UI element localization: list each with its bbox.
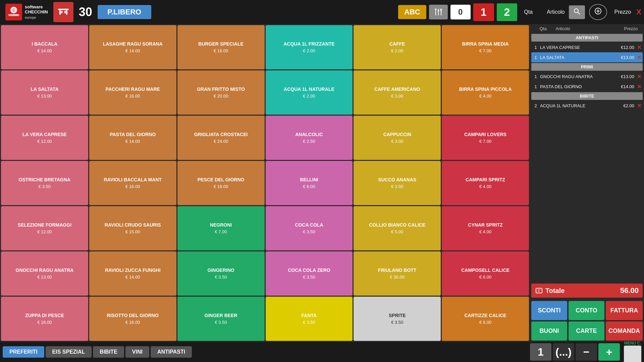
order-row-acqua[interactable]: 2 ACQUA 1L NATURALE €2.00 ✕ <box>531 101 643 111</box>
menu-item-negroni[interactable]: NEGRONI€ 7.00 <box>177 206 265 250</box>
close-icon[interactable]: X <box>636 8 641 16</box>
menu-item-lasaghe-ragu[interactable]: LASAGHE RAGU SORANA€ 14.00 <box>89 25 176 69</box>
menu-item-cartizze[interactable]: CARTIZZE CALICE€ 6.00 <box>442 297 529 341</box>
menu-item-vera-caprese[interactable]: LA VERA CAPRESE€ 12.00 <box>1 116 88 160</box>
menu-item-ravioli-crudo[interactable]: RAVIOLI CRUDO SAURIS€ 15.00 <box>89 206 176 250</box>
menu-item-gnocchi-ragu[interactable]: GNOCCHI RAGU ANATRA€ 13.00 <box>1 251 88 296</box>
order-row-gnocchi[interactable]: 1 GNOCCHI RAGU ANATRA €13.00 ✕ <box>531 71 643 81</box>
menu-item-birra-piccola[interactable]: BIRRA SPINA PICCOLA€ 4.00 <box>442 70 529 115</box>
carte-button[interactable]: CARTE <box>569 321 604 341</box>
menu-item-analcolic[interactable]: ANALCOLIC€ 2.50 <box>266 116 353 160</box>
menu-item-ostriche[interactable]: OSTRICHE BRETAGNA€ 3.50 <box>1 161 88 205</box>
menu-c-area: MENU C. <box>624 341 641 362</box>
order-qty: 1 <box>533 84 539 89</box>
menu-item-zuppa-pesce[interactable]: ZUPPA DI PESCE€ 16.00 <box>1 297 88 341</box>
menu-item-pasta-giorno[interactable]: PASTA DEL GIORNO€ 14.00 <box>89 116 176 160</box>
tab-bibite[interactable]: BIBITE <box>93 346 124 358</box>
menu-item-friulano[interactable]: FRIULANO BOTT€ 30.00 <box>354 251 441 296</box>
order-row-caprese[interactable]: 1 LA VERA CAPRESE €12.00 ✕ <box>531 42 643 52</box>
menu-item-acqua-frizzante[interactable]: ACQUA 1L FRIZZANTE€ 2.00 <box>266 25 353 69</box>
menu-item-birra-spina-media[interactable]: BIRRA SPINA MEDIA€ 7.00 <box>442 25 529 69</box>
abc-button[interactable]: ABC <box>398 5 426 19</box>
sidebar-header: Qta Articolo Prezzo <box>531 25 643 32</box>
remove-item-icon[interactable]: ✕ <box>637 73 641 80</box>
svg-rect-3 <box>58 9 69 10</box>
svg-point-7 <box>64 11 67 13</box>
tab-vini[interactable]: VINI <box>125 346 149 358</box>
menu-item-la-saltata[interactable]: LA SALTATA€ 13.00 <box>1 70 88 115</box>
menu-item-ginger-beer[interactable]: GINGER BEER€ 3.50 <box>177 297 265 341</box>
conto-button[interactable]: CONTO <box>569 301 604 320</box>
order-qty: 1 <box>533 74 539 79</box>
menu-item-bellini[interactable]: BELLINI€ 6.00 <box>266 161 353 205</box>
menu-item-selezione-formaggi[interactable]: SELEZIONE FORMAGGI€ 12.00 <box>1 206 88 250</box>
menu-item-succo-ananas[interactable]: SUCCO ANANAS€ 3.50 <box>354 161 441 205</box>
menu-item-burger-speciale[interactable]: BURGER SPECIALE€ 16.00 <box>177 25 265 69</box>
menu-item-caffe[interactable]: CAFFE€ 2.00 <box>354 25 441 69</box>
menu-item-ravioli-baccala[interactable]: RAVIOLI BACCALA MANT€ 16.00 <box>89 161 176 205</box>
tab-eis[interactable]: EIS SPEZIAL <box>46 346 92 358</box>
comanda-button[interactable]: COMANDA <box>606 321 643 341</box>
remove-item-icon[interactable]: ✕ <box>637 44 641 51</box>
order-row-pasta[interactable]: 1 PASTA DEL GIORNO €14.00 ✕ <box>531 81 643 92</box>
remove-item-icon[interactable]: ✕ <box>637 54 641 61</box>
search-button[interactable] <box>569 5 585 19</box>
btn-2[interactable]: 2 <box>497 3 518 21</box>
menu-item-pesce-giorno[interactable]: PESCE DEL GIORNO€ 18.00 <box>177 161 265 205</box>
menu-item-paccheri-ragu[interactable]: PACCHERI RAGU MARE€ 16.00 <box>89 70 176 115</box>
menu-item-ravioli-zucca[interactable]: RAVIOLI ZUCCA FUNGHI€ 14.00 <box>89 251 176 296</box>
zero-button[interactable]: 0 <box>450 5 471 19</box>
tab-preferiti[interactable]: PREFERITI <box>3 346 44 358</box>
article-header: Articolo <box>555 26 618 31</box>
minus-button[interactable]: − <box>576 343 597 361</box>
menu-item-risotto[interactable]: RISOTTO DEL GIORNO€ 16.00 <box>89 297 176 341</box>
menu-item-sprite[interactable]: SPRITE€ 3.50 <box>354 297 441 341</box>
right-header: Qta Articolo Prezzo X <box>524 4 641 20</box>
price-header: Prezzo <box>621 26 641 31</box>
menu-item-cynar-spritz[interactable]: CYNAR SPRITZ€ 4.00 <box>442 206 529 250</box>
menu-item-cappuccin[interactable]: CAPPUCCIN€ 3.00 <box>354 116 441 160</box>
remove-item-icon[interactable]: ✕ <box>637 83 641 90</box>
order-qty: 1 <box>533 45 539 50</box>
btn-1[interactable]: 1 <box>473 3 494 21</box>
logo-text: softwareCHECCHINeurope <box>25 4 48 20</box>
header: C softwareCHECCHINeurope 30 P.LIBERO ABC… <box>0 0 644 24</box>
table-icon-btn[interactable] <box>53 2 73 22</box>
main-area: I BACCALA€ 14.00 LASAGHE RAGU SORANA€ 14… <box>0 24 644 342</box>
menu-item-camposell[interactable]: CAMPOSELL CALICE€ 6.00 <box>442 251 529 296</box>
order-name: ACQUA 1L NATURALE <box>540 103 616 108</box>
table-name[interactable]: P.LIBERO <box>98 5 151 19</box>
tab-antipasti[interactable]: ANTIPASTI <box>151 346 192 358</box>
menu-item-caffe-americano[interactable]: CAFFE AMERICANO€ 3.00 <box>354 70 441 115</box>
menu-item-acqua-naturale[interactable]: ACQUA 1L NATURALE€ 2.00 <box>266 70 353 115</box>
menu-item-i-baccala[interactable]: I BACCALA€ 14.00 <box>1 25 88 69</box>
menu-item-coca-cola[interactable]: COCA COLA€ 3.50 <box>266 206 353 250</box>
buoni-button[interactable]: BUONI <box>531 321 567 341</box>
menu-item-collio-bianco[interactable]: COLLIO BIANCO CALICE€ 5.00 <box>354 206 441 250</box>
menu-item-coca-cola-zero[interactable]: COCA COLA ZERO€ 3.50 <box>266 251 353 296</box>
grid-area: I BACCALA€ 14.00 LASAGHE RAGU SORANA€ 14… <box>0 24 530 342</box>
menu-item-fanta[interactable]: FANTA€ 3.50 <box>266 297 353 341</box>
order-price: €12.00 <box>618 45 634 50</box>
fattura-button[interactable]: FATTURA <box>606 301 643 320</box>
order-row-saltata[interactable]: 1 LA SALTATA €13.00 ✕ <box>531 52 643 62</box>
svg-rect-1 <box>8 14 19 16</box>
fork-icon-btn[interactable] <box>429 5 448 19</box>
bottom-bar: PREFERITI EIS SPEZIAL BIBITE VINI ANTIPA… <box>0 342 644 362</box>
plus-button[interactable]: + <box>598 343 620 361</box>
menu-item-campari-lovers[interactable]: CAMPARI LOVERS€ 7.00 <box>442 116 529 160</box>
menu-item-gran-fritto[interactable]: GRAN FRITTO MISTO€ 20.00 <box>177 70 265 115</box>
sconti-button[interactable]: SCONTI <box>531 301 567 320</box>
totale-value: 56.00 <box>620 286 639 295</box>
svg-rect-18 <box>536 288 542 293</box>
quantity-1-button[interactable]: 1 <box>530 343 551 361</box>
menu-item-grigliata[interactable]: GRIGLIATA CROSTACEI€ 24.00 <box>177 116 265 160</box>
order-name: LA SALTATA <box>540 55 616 60</box>
add-button[interactable] <box>589 4 607 20</box>
table-number: 30 <box>79 5 92 19</box>
remove-item-icon[interactable]: ✕ <box>637 103 641 109</box>
menu-item-campari-spritz[interactable]: CAMPARI SPRITZ€ 4.00 <box>442 161 529 205</box>
menu-c-button[interactable] <box>624 346 641 362</box>
menu-item-gingerino[interactable]: GINGERINO€ 3.50 <box>177 251 265 296</box>
dots-button[interactable]: (...) <box>553 343 574 361</box>
